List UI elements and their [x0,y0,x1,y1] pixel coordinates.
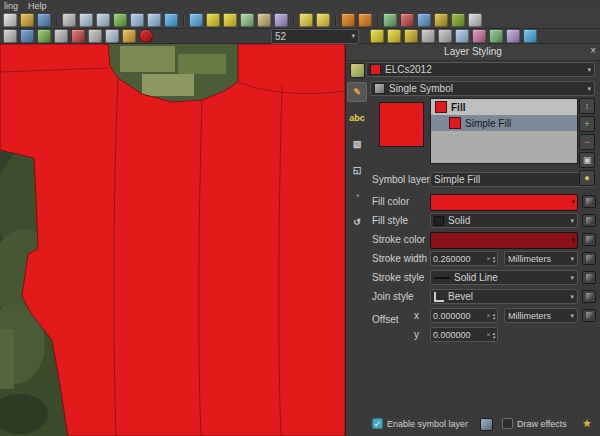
spin-arrows-icon[interactable]: ▴▾ [492,255,495,263]
project-open-icon[interactable] [20,13,34,27]
zoom-last-icon[interactable] [130,13,144,27]
text-annotation-icon[interactable] [299,13,313,27]
layer-combo-value: ELCs2012 [385,64,432,75]
deselect-icon[interactable] [223,13,237,27]
statistics-icon[interactable] [274,13,288,27]
spin-arrows-icon[interactable]: ▴▾ [492,331,495,339]
symbol-move-button[interactable]: ↕ [579,98,595,114]
single-symbol-icon [374,83,385,94]
zoom-out-icon[interactable] [96,13,110,27]
pan-map-icon[interactable] [62,13,76,27]
help-icon[interactable] [468,13,482,27]
fill-style-override-button[interactable] [582,214,596,227]
offset-unit-combo[interactable]: Millimeters ▾ [504,308,578,323]
clear-icon[interactable]: × [486,331,490,338]
copy-features-icon[interactable] [105,29,119,43]
save-edits-icon[interactable] [20,29,34,43]
stroke-width-unit-combo[interactable]: Millimeters ▾ [504,251,578,266]
stroke-color-override-button[interactable] [582,233,596,246]
measure-icon[interactable] [257,13,271,27]
remove-symbol-layer-button[interactable]: − [579,134,595,150]
draw-effects-checkbox[interactable] [502,418,513,429]
project-save-icon[interactable] [37,13,51,27]
fill-style-combo[interactable]: Solid ▾ [430,213,578,228]
map-tips-icon[interactable] [523,29,537,43]
label-move-icon[interactable] [421,29,435,43]
select-features-icon[interactable] [206,13,220,27]
menu-item-truncated[interactable]: ling [4,1,18,11]
offset-x-spinbox[interactable]: 0.000000 × ▴▾ [430,308,498,323]
clear-icon[interactable]: × [486,255,490,262]
new-bookmark-icon[interactable] [341,13,355,27]
toggle-editing-icon[interactable] [3,29,17,43]
label-rotate-icon[interactable] [438,29,452,43]
tab-symbology[interactable]: ✎ [347,82,367,102]
layers-panel-icon[interactable] [383,13,397,27]
join-style-override-button[interactable] [582,290,596,303]
form-annotation-icon[interactable] [316,13,330,27]
stroke-style-combo[interactable]: Solid Line ▾ [430,270,578,285]
duplicate-symbol-layer-button[interactable]: ▣ [579,152,595,168]
offset-x-value: 0.000000 [433,311,486,321]
stroke-width-spinbox[interactable]: 0.260000 × ▴▾ [430,251,498,266]
chevron-down-icon: ▾ [571,198,575,206]
stroke-color-button[interactable]: ▾ [430,232,578,249]
offset-y-spinbox[interactable]: 0.000000 × ▴▾ [430,327,498,342]
fill-color-override-button[interactable] [582,195,596,208]
add-feature-icon[interactable] [37,29,51,43]
vertex-tool-icon[interactable] [54,29,68,43]
python-console-icon[interactable] [417,13,431,27]
stroke-width-label: Stroke width [372,253,427,264]
effects-customize-icon[interactable]: ★ [582,417,592,430]
map-canvas[interactable] [0,44,345,436]
attribute-table-icon[interactable] [240,13,254,27]
tab-3d-view[interactable]: ◱ [347,160,367,180]
tab-diagrams[interactable]: ◔ [347,186,367,206]
cut-features-icon[interactable] [88,29,102,43]
enable-symbol-layer-checkbox[interactable]: ✓ [372,418,383,429]
symbol-tree-item-simple-fill[interactable]: Simple Fill [431,115,577,131]
tab-masks[interactable]: ▧ [347,134,367,154]
close-panel-icon[interactable]: × [590,45,596,56]
clear-icon[interactable]: × [486,312,490,319]
label-change-icon[interactable] [455,29,469,43]
fill-color-button[interactable]: ▾ [430,194,578,211]
chevron-down-icon: ▾ [348,32,355,40]
spin-arrows-icon[interactable]: ▴▾ [492,312,495,320]
symbology-mode-combo[interactable]: Single Symbol ▾ [370,81,595,96]
menu-item-help[interactable]: Help [28,1,47,11]
offset-override-button[interactable] [582,309,596,322]
toolbar-combo[interactable]: 52 ▾ [271,29,359,44]
zoom-full-icon[interactable] [113,13,127,27]
symbol-layer-type-combo[interactable]: Simple Fill ▾ [430,172,595,187]
layer-select-combo[interactable]: ELCs2012 ▾ [366,62,595,77]
label-highlight-icon[interactable] [404,29,418,43]
stroke-width-override-button[interactable] [582,252,596,265]
labeling-icon[interactable] [370,29,384,43]
decoration-icon[interactable] [489,29,503,43]
label-pin-icon[interactable] [387,29,401,43]
toggle-visibility-icon[interactable] [480,418,493,431]
diagram-icon[interactable] [472,29,486,43]
identify-icon[interactable] [189,13,203,27]
map-refresh-icon[interactable] [164,13,178,27]
delete-selected-icon[interactable] [71,29,85,43]
record-icon[interactable] [139,29,153,43]
join-style-combo[interactable]: Bevel ▾ [430,289,578,304]
style-manager-icon[interactable] [400,13,414,27]
project-new-icon[interactable] [3,13,17,27]
add-symbol-layer-button[interactable]: + [579,116,595,132]
zoom-next-icon[interactable] [147,13,161,27]
zoom-in-icon[interactable] [79,13,93,27]
tab-labels[interactable]: abc [347,108,367,128]
tab-history[interactable]: ↺ [347,212,367,232]
bevel-join-icon [434,292,444,302]
grass-tools-icon[interactable] [451,13,465,27]
effects-icon[interactable] [506,29,520,43]
show-bookmarks-icon[interactable] [358,13,372,27]
processing-toolbox-icon[interactable] [434,13,448,27]
lock-symbol-color-button[interactable]: ● [579,170,595,186]
paste-features-icon[interactable] [122,29,136,43]
symbol-tree-item-fill[interactable]: Fill [431,99,577,115]
stroke-style-override-button[interactable] [582,271,596,284]
